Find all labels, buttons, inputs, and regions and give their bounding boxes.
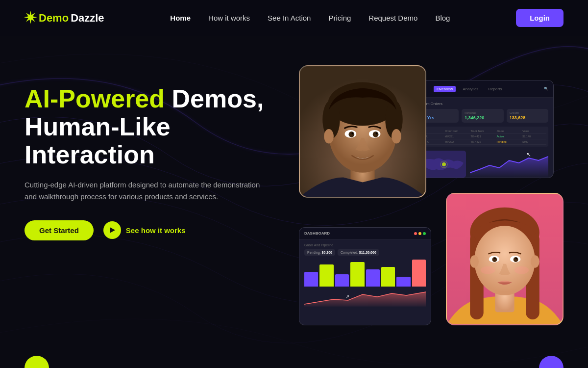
dash-tab-overview: Overview xyxy=(434,86,456,92)
svg-point-35 xyxy=(531,255,539,268)
card-dashboard-bottom: DASHBOARD Goals And Pipeline Pending: $6… xyxy=(299,227,431,325)
dash-tab-reports: Reports xyxy=(485,86,505,92)
how-it-works-label: See how it works xyxy=(126,226,186,235)
metric-growth-value: 133,628 xyxy=(510,115,545,120)
bar-6 xyxy=(381,267,395,287)
window-minimize xyxy=(418,232,421,235)
bar-4 xyxy=(350,262,364,287)
decor-circle-purple xyxy=(539,356,564,368)
window-close xyxy=(414,232,417,235)
dash-header: DB. Overview Analytics Reports 🔍 xyxy=(412,80,553,98)
table-cell: #84291 xyxy=(445,135,469,138)
card-dashboard-top: DB. Overview Analytics Reports 🔍 Recent … xyxy=(412,80,554,178)
svg-point-27 xyxy=(474,226,535,295)
nav-see-in-action[interactable]: See In Action xyxy=(268,14,311,22)
logo-demo-text: Demo xyxy=(39,12,69,25)
hero-visuals: DB. Overview Analytics Reports 🔍 Recent … xyxy=(289,65,564,340)
get-started-button[interactable]: Get Started xyxy=(24,220,94,240)
bar-chart xyxy=(304,260,426,287)
svg-point-34 xyxy=(470,255,479,268)
svg-point-37 xyxy=(514,266,529,274)
dash2-body: Goals And Pipeline Pending: $6,200 Compl… xyxy=(299,239,431,311)
svg-point-36 xyxy=(481,266,495,274)
window-maximize xyxy=(423,232,426,235)
nav-links: Home How it works See In Action Pricing … xyxy=(170,14,450,23)
svg-point-10 xyxy=(373,131,379,137)
table-cell: TK-4421 xyxy=(471,135,495,138)
table-cell: Status xyxy=(496,130,520,132)
nav-request-demo[interactable]: Request Demo xyxy=(368,14,417,22)
metric-growth: Growth 133,628 xyxy=(507,109,548,123)
bar-7 xyxy=(396,277,410,287)
svg-point-30 xyxy=(492,257,497,262)
svg-text:↖: ↖ xyxy=(526,151,531,158)
svg-point-14 xyxy=(392,129,401,144)
logo-dazzle-text: Dazzle xyxy=(71,12,104,25)
login-button[interactable]: Login xyxy=(516,9,564,27)
card-man-face xyxy=(299,65,426,198)
hero-title: AI-Powered Demos, Human-Like Interaction xyxy=(24,85,279,169)
table-cell: $2,140 xyxy=(522,135,546,138)
hero-content-left: AI-Powered Demos, Human-Like Interaction… xyxy=(24,65,279,240)
svg-point-32 xyxy=(494,258,496,260)
play-icon xyxy=(103,221,121,239)
mini-line-chart: ↖ xyxy=(470,151,548,178)
metric-revenue: Revenue 1,346,220 xyxy=(462,109,503,123)
nav-pricing[interactable]: Pricing xyxy=(328,14,351,22)
metric-revenue-label: Revenue xyxy=(465,111,500,114)
stat-pending: Pending: $6,200 xyxy=(304,249,335,256)
bar-5 xyxy=(366,269,380,287)
table-cell: $890 xyxy=(522,140,546,143)
dash2-title: DASHBOARD xyxy=(304,231,330,236)
table-cell: Pending xyxy=(496,140,520,143)
bar-3 xyxy=(335,274,349,287)
how-it-works-button[interactable]: See how it works xyxy=(103,221,186,239)
dash-table: Client Order Num Track Num Status Value … xyxy=(417,127,548,147)
table-cell: Active xyxy=(496,135,520,138)
table-row: Sarah K. #84292 TK-4422 Pending $890 xyxy=(419,139,546,145)
dash-tab-analytics: Analytics xyxy=(460,86,481,92)
svg-point-11 xyxy=(351,132,353,134)
svg-point-16 xyxy=(442,162,446,166)
area-chart: ↗ xyxy=(304,289,426,307)
table-cell: #84292 xyxy=(445,140,469,143)
navbar: ✷ DemoDazzle Home How it works See In Ac… xyxy=(0,0,588,36)
dash-map-area: ↖ xyxy=(417,151,548,178)
table-cell: Value xyxy=(522,130,546,132)
svg-point-13 xyxy=(324,129,334,144)
nav-home[interactable]: Home xyxy=(170,14,191,22)
hero-buttons: Get Started See how it works xyxy=(24,220,279,240)
svg-point-33 xyxy=(515,258,517,260)
hero-description: Cutting-edge AI-driven platform designed… xyxy=(24,179,265,203)
dash-body: Recent Orders Total 8.1 Yrs Revenue 1,34… xyxy=(412,98,553,178)
dash-search: 🔍 xyxy=(544,87,548,91)
dash2-header: DASHBOARD xyxy=(299,228,431,239)
hero-section: AI-Powered Demos, Human-Like Interaction… xyxy=(0,36,588,365)
svg-point-9 xyxy=(348,131,354,137)
table-cell: Track Num xyxy=(471,130,495,132)
metric-revenue-value: 1,346,220 xyxy=(465,115,500,120)
dash-section-title: Recent Orders xyxy=(417,102,548,106)
dash2-subtitle: Goals And Pipeline xyxy=(304,243,426,247)
hero-title-accent: AI-Powered xyxy=(24,84,165,113)
logo-icon: ✷ xyxy=(24,10,36,26)
nav-blog[interactable]: Blog xyxy=(435,14,450,22)
svg-point-31 xyxy=(514,257,518,262)
card-woman-face xyxy=(446,193,564,325)
dash-tabs: Overview Analytics Reports xyxy=(434,86,505,92)
table-row: Client Order Num Track Num Status Value xyxy=(419,129,546,134)
bar-1 xyxy=(304,272,318,287)
dash-metrics: Total 8.1 Yrs Revenue 1,346,220 Growth 1… xyxy=(417,109,548,123)
table-cell: TK-4422 xyxy=(471,140,495,143)
decor-circle-green xyxy=(24,356,49,368)
stat-completed: Completed: $11,36,000 xyxy=(338,249,379,256)
bar-2 xyxy=(319,264,333,287)
bar-8 xyxy=(412,260,426,287)
dash2-window-controls xyxy=(414,232,426,235)
table-row: Alex M. #84291 TK-4421 Active $2,140 xyxy=(419,134,546,139)
logo[interactable]: ✷ DemoDazzle xyxy=(24,10,104,26)
nav-how-it-works[interactable]: How it works xyxy=(208,14,250,22)
svg-marker-20 xyxy=(304,292,426,307)
svg-text:↗: ↗ xyxy=(345,294,349,299)
bottom-decor xyxy=(0,356,588,368)
